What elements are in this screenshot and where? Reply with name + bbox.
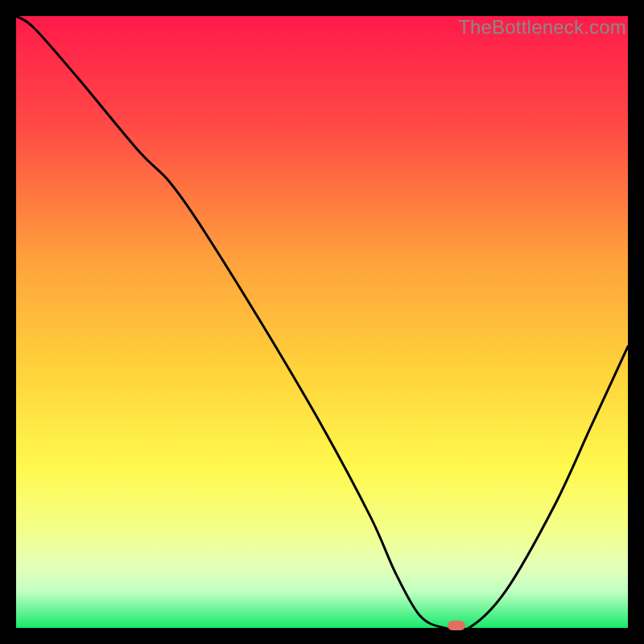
chart-frame: TheBottleneck.com (16, 16, 628, 628)
watermark-text: TheBottleneck.com (458, 16, 626, 39)
optimal-point-marker (448, 621, 465, 630)
gradient-background (16, 16, 628, 628)
bottleneck-chart (16, 16, 628, 628)
